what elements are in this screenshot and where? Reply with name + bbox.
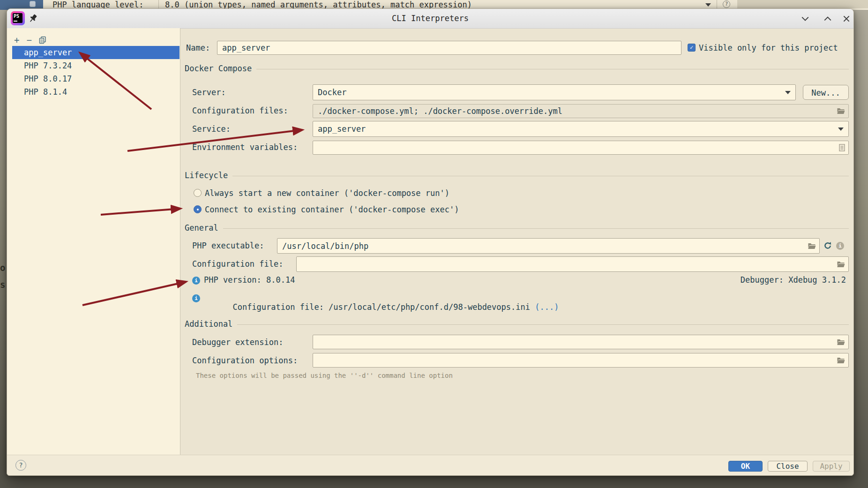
name-input[interactable]: app_server: [217, 41, 681, 55]
section-docker-compose: Docker Compose: [185, 64, 849, 73]
edit-list-icon[interactable]: [801, 144, 845, 151]
interpreter-list-panel: + − app_server PHP 7.3.24 PHP 8.0.17 PHP…: [7, 28, 180, 456]
section-title: Lifecycle: [185, 171, 228, 180]
minimize-chevron-down-icon[interactable]: [801, 15, 809, 23]
clipped-background-text: o: [0, 263, 5, 273]
background-icon: [30, 1, 36, 7]
radio-connect-existing[interactable]: [194, 205, 202, 213]
info-icon: i: [192, 294, 200, 302]
configuration-file-info: Configuration file: /usr/local/etc/php/c…: [204, 293, 559, 321]
apply-button[interactable]: Apply: [813, 461, 850, 472]
maximize-chevron-up-icon[interactable]: [823, 15, 832, 23]
help-icon[interactable]: ?: [723, 0, 730, 8]
copy-icon[interactable]: [39, 36, 46, 44]
new-server-button[interactable]: New...: [803, 85, 849, 100]
environment-variables-label: Environment variables:: [192, 142, 298, 152]
screen: PHP language level: 8.0 (union types, na…: [0, 0, 868, 488]
server-label: Server:: [192, 87, 226, 98]
folder-icon[interactable]: [798, 261, 845, 268]
service-dropdown[interactable]: app_server: [313, 121, 849, 137]
debugger-info: Debugger: Xdebug 3.1.2: [741, 275, 846, 285]
radio-always-start-label[interactable]: Always start a new container ('docker-co…: [205, 188, 449, 198]
debugger-extension-label: Debugger extension:: [192, 337, 283, 347]
list-item-php-8-1-4[interactable]: PHP 8.1.4: [7, 85, 180, 98]
add-icon[interactable]: +: [14, 36, 19, 44]
configuration-options-label: Configuration options:: [192, 355, 298, 366]
php-executable-input[interactable]: /usr/local/bin/php: [277, 238, 820, 254]
configuration-file-input[interactable]: [296, 256, 849, 272]
debugger-extension-input[interactable]: [313, 335, 849, 349]
info-icon: i: [192, 277, 200, 285]
radio-always-start[interactable]: [194, 189, 202, 197]
list-item-app-server[interactable]: app_server: [12, 46, 180, 59]
close-icon[interactable]: [842, 15, 851, 23]
folder-icon[interactable]: [798, 357, 845, 364]
background-window-edge: [737, 0, 868, 8]
folder-icon[interactable]: [769, 243, 816, 249]
service-label: Service:: [192, 124, 231, 134]
reload-icon[interactable]: [823, 241, 832, 250]
list-item-php-7-3-24[interactable]: PHP 7.3.24: [7, 59, 180, 72]
chevron-down-icon[interactable]: [785, 91, 791, 94]
php-version-info: PHP version: 8.0.14: [204, 275, 295, 285]
interpreter-list: app_server PHP 7.3.24 PHP 8.0.17 PHP 8.1…: [7, 46, 180, 98]
configuration-files-field[interactable]: ./docker-compose.yml; ./docker-compose.o…: [313, 104, 849, 118]
server-dropdown[interactable]: Docker: [313, 84, 796, 100]
visible-only-checkbox[interactable]: ✓: [688, 44, 696, 52]
cli-interpreters-dialog: PS CLI Interpreters: [7, 8, 854, 476]
configuration-file-label: Configuration file:: [192, 259, 283, 269]
options-hint: These options will be passed using the '…: [196, 372, 453, 379]
section-title: Additional: [185, 319, 232, 329]
show-more-link[interactable]: (...): [535, 302, 559, 312]
divider: [158, 0, 159, 9]
visible-only-label: Visible only for this project: [699, 43, 838, 53]
help-icon[interactable]: ?: [15, 460, 26, 471]
dialog-footer: ? OK Close Apply: [7, 455, 853, 475]
list-toolbar: + −: [14, 36, 46, 44]
php-executable-label: PHP executable:: [192, 240, 264, 251]
section-title: Docker Compose: [185, 64, 252, 73]
remove-icon[interactable]: −: [26, 36, 31, 44]
dialog-titlebar[interactable]: PS CLI Interpreters: [7, 9, 853, 29]
divider: [717, 0, 717, 9]
folder-icon[interactable]: [798, 339, 845, 345]
radio-connect-existing-label[interactable]: Connect to existing container ('docker-c…: [205, 204, 459, 215]
section-general: General: [185, 223, 849, 233]
list-item-php-8-0-17[interactable]: PHP 8.0.17: [7, 72, 180, 85]
folder-icon[interactable]: [798, 108, 845, 114]
section-lifecycle: Lifecycle: [185, 171, 849, 180]
configuration-files-label: Configuration files:: [192, 105, 288, 116]
chevron-down-icon[interactable]: [838, 128, 844, 131]
section-title: General: [185, 223, 218, 233]
chevron-down-icon[interactable]: [705, 3, 711, 7]
info-icon-disabled: i: [836, 242, 844, 250]
configuration-options-input[interactable]: [313, 353, 849, 368]
dialog-title: CLI Interpreters: [7, 9, 853, 28]
close-button[interactable]: Close: [768, 461, 808, 472]
ok-button[interactable]: OK: [728, 461, 763, 472]
section-additional: Additional: [185, 319, 849, 329]
name-label: Name:: [186, 43, 210, 53]
clipped-background-text: s: [0, 279, 5, 290]
environment-variables-input[interactable]: [313, 141, 849, 155]
